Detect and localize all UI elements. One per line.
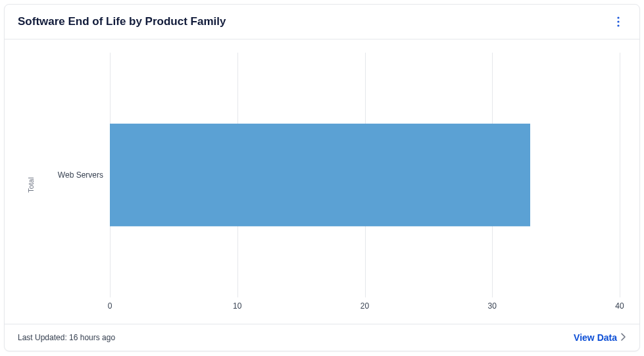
x-axis-tick: 20: [360, 301, 369, 311]
plot-inner: [110, 53, 620, 297]
last-updated: Last Updated: 16 hours ago: [18, 333, 115, 342]
chart-card: Software End of Life by Product Family T…: [4, 4, 640, 351]
card-header: Software End of Life by Product Family: [5, 5, 639, 39]
category-labels: Web Servers: [37, 53, 110, 317]
svg-point-2: [617, 24, 619, 26]
last-updated-prefix: Last Updated:: [18, 333, 67, 342]
svg-point-0: [617, 16, 619, 18]
x-axis-tick: 30: [488, 301, 497, 311]
last-updated-value: 16 hours ago: [69, 333, 115, 342]
y-axis-label-text: Total: [27, 177, 35, 192]
card-title: Software End of Life by Product Family: [18, 15, 226, 28]
view-data-label: View Data: [574, 332, 617, 343]
x-axis: 010203040: [110, 297, 620, 317]
card-footer: Last Updated: 16 hours ago View Data: [5, 324, 639, 351]
x-axis-tick: 0: [108, 301, 112, 311]
chart-area: Total Web Servers 010203040: [5, 39, 639, 324]
bar[interactable]: [110, 124, 530, 226]
chevron-right-icon: [621, 333, 626, 343]
x-axis-tick: 10: [233, 301, 241, 311]
svg-point-1: [617, 20, 619, 22]
category-label: Web Servers: [37, 170, 103, 180]
gridline: [620, 53, 620, 297]
y-axis-label: Total: [24, 53, 37, 317]
view-data-button[interactable]: View Data: [574, 332, 626, 343]
chart-body: Total Web Servers 010203040: [24, 53, 620, 317]
more-vertical-icon: [617, 16, 620, 27]
card-menu-button[interactable]: [610, 14, 626, 30]
plot: 010203040: [110, 53, 620, 317]
x-axis-tick: 40: [615, 301, 624, 311]
